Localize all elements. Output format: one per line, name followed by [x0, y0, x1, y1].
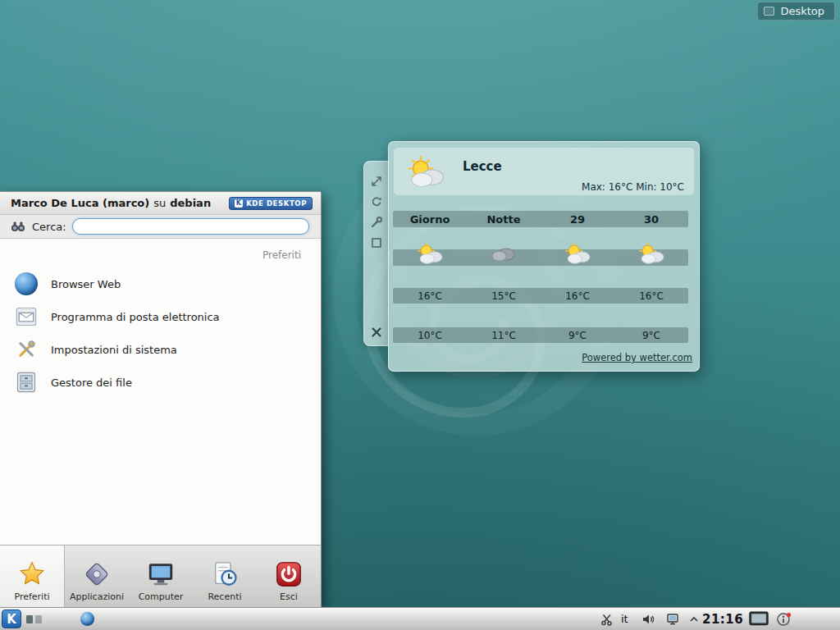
kickoff-menu: Marco De Luca (marco) su debian K KDE DE…	[0, 191, 322, 607]
night-temp: 9°C	[541, 330, 614, 341]
network-monitor-icon[interactable]	[666, 613, 681, 626]
weather-widget: Lecce Max: 16°C Min: 10°C Giorno Notte 2…	[388, 141, 700, 372]
menu-item-label: Gestore dei file	[51, 377, 132, 389]
day-temp: 16°C	[614, 290, 688, 302]
tab-applications[interactable]: Applicazioni	[65, 546, 129, 607]
menu-item-label: Programma di posta elettronica	[51, 311, 220, 323]
search-label: Cerca:	[32, 221, 66, 233]
weather-minmax: Max: 16°C Min: 10°C	[582, 181, 684, 193]
tab-recent[interactable]: Recenti	[193, 546, 257, 607]
kickoff-header: Marco De Luca (marco) su debian K KDE DE…	[0, 192, 321, 215]
menu-item-system-settings[interactable]: Impostazioni di sistema	[0, 333, 321, 366]
weather-credit-link[interactable]: Powered by wetter.com	[582, 352, 692, 363]
menu-item-file-manager[interactable]: Gestore dei file	[0, 366, 321, 399]
forecast-col-header: Notte	[467, 213, 541, 226]
weather-icon-sun-cloud	[636, 242, 667, 265]
recent-documents-icon	[211, 560, 239, 588]
desktop-toolbox-label: Desktop	[780, 5, 824, 17]
desktop-toolbox[interactable]: Desktop	[757, 2, 835, 21]
kde-logo-mini: K	[235, 199, 243, 208]
pager-desktop-1[interactable]	[26, 615, 33, 623]
star-icon	[18, 560, 46, 588]
tab-label: Esci	[280, 591, 298, 602]
shutdown-icon	[275, 560, 303, 588]
tab-label: Preferiti	[14, 591, 49, 602]
night-temp: 9°C	[614, 330, 688, 341]
binoculars-icon	[10, 218, 26, 235]
applications-icon	[83, 560, 111, 588]
systray-expander-icon[interactable]	[689, 616, 699, 623]
tab-leave[interactable]: Esci	[257, 546, 321, 607]
resize-icon[interactable]	[370, 175, 383, 188]
weather-city: Lecce	[463, 159, 502, 174]
email-icon	[15, 305, 38, 328]
desktop: { "desktop": { "toolbox_label": "Desktop…	[0, 0, 840, 630]
kde-logo: K	[7, 612, 16, 627]
system-settings-icon	[15, 338, 38, 361]
notifications-icon[interactable]	[776, 611, 792, 628]
taskbar-panel: K it 21:16	[0, 607, 840, 630]
day-temp: 15°C	[467, 290, 541, 302]
tab-label: Applicazioni	[70, 591, 124, 602]
volume-icon[interactable]	[641, 613, 655, 626]
forecast-column-headers: Giorno Notte 29 30	[393, 211, 688, 227]
favorites-section-label: Preferiti	[262, 249, 301, 261]
weather-icon-sun-cloud	[414, 242, 445, 265]
weather-icon-sun-cloud	[562, 242, 593, 265]
kickoff-search-row: Cerca:	[0, 215, 321, 239]
night-temp: 10°C	[393, 330, 467, 341]
day-temp: 16°C	[541, 290, 614, 302]
night-temperatures-row: 10°C 11°C 9°C 9°C	[393, 327, 688, 343]
maximize-icon[interactable]	[370, 236, 383, 249]
digital-clock[interactable]: 21:16	[702, 608, 743, 630]
forecast-col-header: Giorno	[393, 213, 467, 226]
web-browser-icon	[15, 272, 38, 295]
kde-desktop-badge-label: KDE DESKTOP	[246, 199, 307, 208]
menu-item-label: Browser Web	[51, 278, 121, 290]
menu-item-email[interactable]: Programma di posta elettronica	[0, 300, 321, 333]
display-settings-icon[interactable]	[748, 611, 769, 628]
configure-wrench-icon[interactable]	[370, 216, 383, 229]
tab-label: Recenti	[208, 591, 241, 602]
weather-widget-handle[interactable]	[363, 161, 389, 346]
day-temperatures-row: 16°C 15°C 16°C 16°C	[393, 288, 688, 304]
forecast-col-header: 29	[541, 213, 614, 226]
file-manager-icon	[15, 371, 38, 394]
tab-label: Computer	[139, 591, 184, 602]
menu-item-label: Impostazioni di sistema	[51, 344, 177, 356]
forecast-icons	[393, 240, 688, 267]
tab-computer[interactable]: Computer	[129, 546, 193, 607]
kickoff-tab-bar: Preferiti Applicazioni Computer	[0, 545, 321, 607]
weather-header: Lecce Max: 16°C Min: 10°C	[394, 148, 694, 195]
header-separator-word: su	[153, 197, 166, 209]
pager-desktop-2[interactable]	[35, 615, 42, 623]
host-name: debian	[170, 197, 211, 209]
rotate-icon[interactable]	[370, 195, 383, 208]
kmenu-launcher-button[interactable]: K	[2, 609, 21, 628]
web-shortcut-icon[interactable]	[80, 612, 94, 626]
day-temp: 16°C	[393, 290, 467, 302]
kde-desktop-badge: K KDE DESKTOP	[229, 197, 313, 210]
computer-icon	[147, 560, 175, 588]
close-icon[interactable]	[370, 326, 383, 339]
kickoff-items: Browser Web Programma di posta elettroni…	[0, 267, 321, 399]
weather-icon-cloudy	[488, 242, 519, 265]
weather-current-icon	[404, 156, 448, 189]
search-input[interactable]	[72, 218, 309, 235]
keyboard-layout-indicator[interactable]: it	[621, 608, 628, 630]
user-name: Marco De Luca (marco)	[11, 197, 149, 209]
night-temp: 11°C	[467, 330, 541, 341]
virtual-desktop-pager[interactable]	[26, 608, 42, 630]
menu-item-browser-web[interactable]: Browser Web	[0, 267, 321, 300]
tab-favorites[interactable]: Preferiti	[0, 546, 65, 607]
klipper-scissors-icon[interactable]	[600, 613, 614, 626]
desktop-folder-icon	[764, 7, 774, 16]
forecast-col-header: 30	[614, 213, 688, 226]
